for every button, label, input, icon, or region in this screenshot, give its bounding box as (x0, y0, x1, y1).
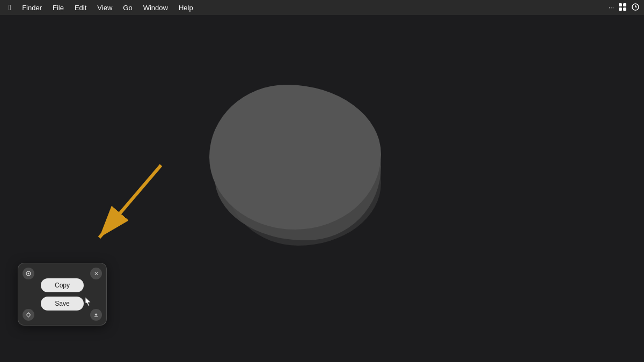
blob-container (209, 85, 413, 256)
menubar-dots[interactable]: ··· (609, 4, 614, 11)
menubar-right: ··· (609, 3, 640, 13)
copy-button[interactable]: Copy (41, 278, 84, 292)
menubar:  Finder File Edit View Go Window Help ·… (0, 0, 644, 15)
widget-bottom-row (23, 309, 102, 321)
menubar-control-center[interactable] (618, 3, 627, 13)
svg-rect-3 (623, 8, 626, 11)
menubar-clock (631, 3, 640, 13)
svg-rect-2 (619, 8, 622, 11)
menubar-view[interactable]: View (93, 3, 116, 13)
menubar-window[interactable]: Window (139, 3, 172, 13)
apple-menu[interactable]:  (4, 3, 16, 12)
menubar-finder[interactable]: Finder (18, 3, 46, 13)
blob-front (209, 85, 381, 230)
widget-top-row: ✕ (23, 268, 102, 279)
widget-panel: ✕ Copy Save (18, 263, 107, 326)
menubar-go[interactable]: Go (119, 3, 136, 13)
widget-settings-button[interactable] (23, 309, 34, 321)
svg-point-10 (28, 273, 30, 275)
svg-rect-1 (623, 3, 626, 6)
menubar-file[interactable]: File (48, 3, 68, 13)
widget-pin-button[interactable] (23, 268, 34, 279)
widget-close-button[interactable]: ✕ (90, 268, 102, 279)
menubar-help[interactable]: Help (174, 3, 197, 13)
svg-line-8 (99, 165, 161, 238)
widget-buttons: Copy Save (41, 278, 84, 311)
menubar-edit[interactable]: Edit (70, 3, 91, 13)
desktop: ✕ Copy Save (0, 15, 644, 362)
save-button[interactable]: Save (41, 297, 84, 311)
svg-rect-0 (619, 3, 622, 6)
widget-upload-button[interactable] (90, 309, 102, 321)
svg-point-11 (27, 313, 30, 316)
arrow-container (70, 154, 177, 262)
